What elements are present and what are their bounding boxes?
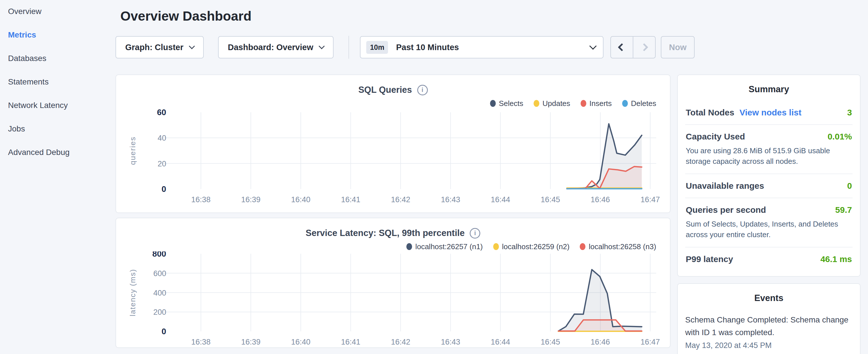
time-range-badge: 10m	[366, 41, 388, 54]
chart-legend: SelectsUpdatesInsertsDeletes	[116, 99, 656, 108]
legend-dot-icon	[406, 243, 412, 250]
events-title: Events	[685, 293, 852, 303]
sidebar-item-databases[interactable]: Databases	[8, 53, 116, 64]
sidebar-item-advanced-debug[interactable]: Advanced Debug	[8, 147, 116, 158]
graph-scope-dropdown[interactable]: Graph: Cluster	[116, 36, 204, 58]
summary-row-value: 59.7	[835, 205, 852, 215]
summary-row-p99-latency: P99 latency 46.1 ms	[685, 248, 852, 266]
x-tick-label: 16:46	[591, 195, 610, 204]
y-tick-label: 20	[158, 160, 166, 168]
service-latency-chart-card: Service Latency: SQL, 99th percentile lo…	[116, 218, 671, 348]
legend-label: Deletes	[631, 99, 656, 108]
charts-column: SQL Queries SelectsUpdatesInsertsDeletes…	[116, 74, 671, 354]
y-tick-label: 600	[153, 269, 166, 278]
graph-scope-dropdown-label: Graph: Cluster	[125, 43, 183, 52]
now-button[interactable]: Now	[661, 36, 694, 58]
sidebar-item-network-latency[interactable]: Network Latency	[8, 100, 116, 110]
time-range-selector[interactable]: 10m Past 10 Minutes	[360, 36, 603, 58]
x-tick-label: 16:41	[341, 195, 361, 204]
legend-dot-icon	[581, 100, 586, 107]
legend-dot-icon	[490, 100, 496, 107]
info-icon[interactable]	[417, 85, 428, 95]
legend-label: Updates	[542, 99, 570, 108]
legend-label: localhost:26257 (n1)	[415, 242, 483, 251]
x-tick-label: 16:42	[391, 195, 410, 204]
event-text: Schema Change Completed: Schema change w…	[685, 314, 852, 339]
x-tick-label: 16:38	[191, 338, 211, 346]
x-tick-label: 16:39	[241, 338, 260, 346]
y-tick-label: 200	[153, 308, 166, 317]
summary-row-subtext: You are using 28.6 MiB of 515.9 GiB usab…	[686, 146, 852, 167]
x-tick-label: 16:42	[391, 338, 410, 346]
event-list-item[interactable]: Schema Change Completed: Schema change w…	[685, 314, 852, 350]
legend-item: Deletes	[622, 99, 656, 108]
x-tick-label: 16:38	[191, 195, 211, 204]
summary-row-label: Capacity Used	[686, 132, 745, 141]
events-panel: Events Schema Change Completed: Schema c…	[677, 283, 861, 354]
time-range-pager	[610, 36, 656, 58]
x-tick-label: 16:44	[491, 195, 510, 204]
sidebar-nav: OverviewMetricsDatabasesStatementsNetwor…	[0, 0, 116, 354]
chevron-left-icon	[618, 43, 626, 51]
x-tick-label: 16:41	[341, 338, 361, 346]
summary-title: Summary	[685, 84, 852, 95]
legend-item: Inserts	[581, 99, 612, 108]
summary-row-label: P99 latency	[686, 254, 733, 264]
dashboard-dropdown-label: Dashboard: Overview	[228, 43, 313, 52]
summary-row-unavailable-ranges: Unavailable ranges 0	[685, 174, 852, 198]
x-tick-label: 16:40	[291, 338, 311, 346]
sql-queries-chart-plot[interactable]: 16:3816:3916:4016:4116:4216:4316:4416:45…	[122, 108, 663, 208]
legend-label: Inserts	[589, 99, 612, 108]
view-nodes-list-link[interactable]: View nodes list	[739, 108, 801, 118]
toolbar-divider	[348, 36, 349, 59]
summary-row-label: Total Nodes	[686, 108, 734, 118]
chevron-down-icon	[589, 42, 597, 50]
summary-row-label: Queries per second	[686, 205, 766, 215]
x-tick-label: 16:46	[591, 338, 610, 346]
y-tick-label: 400	[153, 289, 166, 297]
y-tick-label: 800	[152, 252, 166, 258]
legend-item: localhost:26258 (n3)	[580, 242, 656, 251]
summary-row-value: 0.01%	[828, 132, 852, 141]
summary-row-capacity-used: Capacity Used 0.01% You are using 28.6 M…	[685, 125, 852, 174]
dashboard-dropdown[interactable]: Dashboard: Overview	[218, 36, 334, 58]
event-timestamp: May 13, 2020 at 4:45 PM	[685, 341, 852, 350]
chevron-down-icon	[189, 43, 195, 49]
legend-label: Selects	[499, 99, 523, 108]
legend-dot-icon	[534, 100, 539, 107]
summary-row-subtext: Sum of Selects, Updates, Inserts, and De…	[686, 219, 852, 240]
summary-row-value: 3	[847, 108, 852, 118]
legend-item: localhost:26257 (n1)	[406, 242, 483, 251]
summary-row-value: 0	[847, 181, 852, 191]
legend-item: Selects	[490, 99, 523, 108]
chart-title-row: SQL Queries	[116, 83, 670, 97]
sidebar-item-metrics[interactable]: Metrics	[8, 30, 116, 40]
legend-dot-icon	[580, 243, 585, 250]
sidebar-item-jobs[interactable]: Jobs	[8, 124, 116, 134]
main-content: Overview Dashboard Graph: Cluster Dashbo…	[116, 0, 868, 354]
toolbar: Graph: Cluster Dashboard: Overview 10m P…	[116, 36, 868, 59]
service-latency-chart-plot[interactable]: 16:3816:3916:4016:4116:4216:4316:4416:45…	[122, 252, 663, 349]
time-range-label: Past 10 Minutes	[396, 43, 459, 52]
dashboard-body: SQL Queries SelectsUpdatesInsertsDeletes…	[116, 74, 868, 354]
right-panel: Summary Total Nodes View nodes list 3 C	[677, 74, 861, 354]
summary-rows: Total Nodes View nodes list 3 Capacity U…	[685, 101, 852, 266]
chart-title: SQL Queries	[358, 85, 412, 95]
legend-label: localhost:26258 (n3)	[589, 242, 656, 251]
info-icon[interactable]	[470, 228, 480, 238]
chart-legend: localhost:26257 (n1)localhost:26259 (n2)…	[116, 242, 656, 252]
sidebar-item-overview[interactable]: Overview	[8, 6, 116, 17]
summary-row-queries-per-second: Queries per second 59.7 Sum of Selects, …	[685, 198, 852, 248]
legend-item: localhost:26259 (n2)	[493, 242, 570, 251]
app-root: OverviewMetricsDatabasesStatementsNetwor…	[0, 0, 868, 354]
summary-row-label: Unavailable ranges	[686, 181, 764, 191]
prev-time-range-button[interactable]	[611, 37, 633, 58]
x-tick-label: 16:43	[441, 195, 460, 204]
sidebar-item-statements[interactable]: Statements	[8, 77, 116, 87]
summary-row-value: 46.1 ms	[820, 254, 852, 264]
x-tick-label: 16:44	[491, 338, 510, 346]
y-tick-label: 0	[162, 327, 166, 336]
x-tick-label: 16:45	[541, 195, 560, 204]
next-time-range-button[interactable]	[633, 37, 655, 58]
chevron-down-icon	[319, 43, 325, 49]
